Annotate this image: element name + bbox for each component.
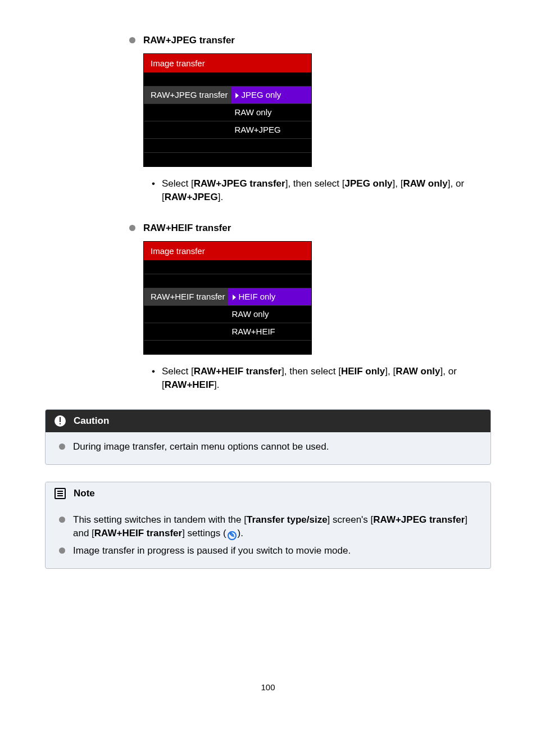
camera-menu-title: Image transfer: [144, 54, 311, 73]
menu-option-selected: HEIF only: [228, 288, 311, 305]
note-icon: [54, 488, 66, 499]
menu-option: RAW+JPEG: [231, 121, 311, 138]
page-number: 100: [45, 681, 491, 694]
caution-title: Caution: [74, 414, 109, 428]
menu-option: RAW only: [231, 104, 311, 121]
note-line-1: This setting switches in tandem with the…: [73, 513, 477, 541]
menu-label: RAW+JPEG transfer: [144, 87, 231, 103]
menu-option: RAW only: [228, 306, 311, 323]
bullet-icon: [59, 547, 65, 554]
caution-text: During image transfer, certain menu opti…: [73, 440, 329, 454]
menu-label: RAW+HEIF transfer: [144, 288, 228, 305]
caution-callout: Caution During image transfer, certain m…: [45, 409, 491, 465]
menu-option-selected: JPEG only: [231, 87, 311, 103]
section-heading: RAW+HEIF transfer: [143, 221, 231, 236]
note-title: Note: [74, 487, 95, 501]
chevron-right-icon: [233, 295, 236, 300]
bullet-icon: [129, 225, 135, 231]
section-raw-heif: RAW+HEIF transfer Image transfer RAW+HEI…: [129, 221, 491, 392]
chevron-right-icon: [235, 93, 239, 98]
camera-menu-heif: Image transfer RAW+HEIF transfer HEIF on…: [143, 241, 312, 355]
instruction-item: Select [RAW+JPEG transfer], then select …: [152, 177, 491, 205]
caution-icon: [54, 415, 66, 427]
note-header: Note: [46, 482, 490, 505]
section-raw-jpeg: RAW+JPEG transfer Image transfer RAW+JPE…: [129, 34, 491, 205]
instruction-list: Select [RAW+JPEG transfer], then select …: [152, 177, 491, 205]
link-icon[interactable]: ✎: [228, 531, 237, 540]
bullet-icon: [59, 443, 65, 450]
note-callout: Note This setting switches in tandem wit…: [45, 482, 491, 569]
menu-option: RAW+HEIF: [228, 323, 311, 340]
caution-header: Caution: [46, 410, 490, 433]
camera-menu-title: Image transfer: [144, 242, 311, 261]
instruction-list: Select [RAW+HEIF transfer], then select …: [152, 365, 491, 392]
bullet-icon: [59, 517, 65, 523]
section-heading: RAW+JPEG transfer: [143, 34, 235, 48]
bullet-icon: [129, 37, 135, 43]
instruction-item: Select [RAW+HEIF transfer], then select …: [152, 365, 491, 392]
note-line-2: Image transfer in progress is paused if …: [73, 544, 351, 558]
camera-menu-jpeg: Image transfer RAW+JPEG transfer JPEG on…: [143, 53, 312, 167]
